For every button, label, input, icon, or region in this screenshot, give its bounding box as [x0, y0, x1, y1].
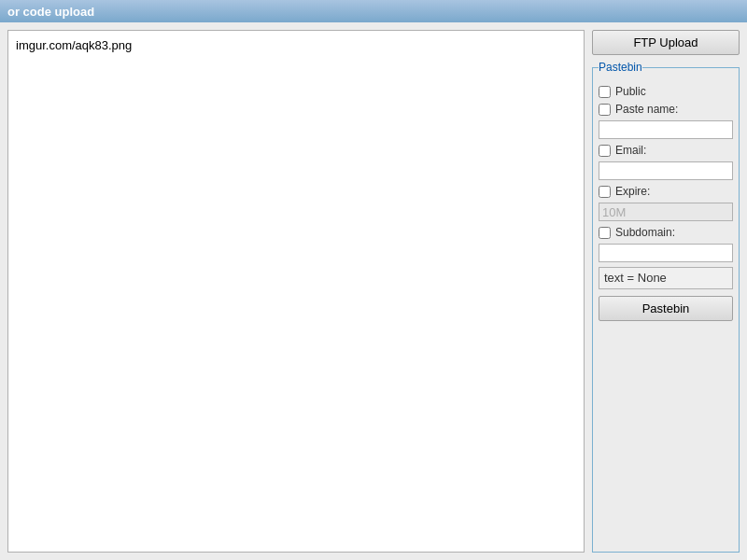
- public-row: Public: [599, 85, 733, 98]
- email-checkbox[interactable]: [599, 145, 611, 157]
- expire-label: Expire:: [615, 185, 650, 198]
- title-text: or code upload: [7, 5, 94, 19]
- expire-row: Expire:: [599, 185, 733, 198]
- paste-name-checkbox[interactable]: [599, 104, 611, 116]
- subdomain-checkbox[interactable]: [599, 227, 611, 239]
- subdomain-row: Subdomain:: [599, 226, 733, 239]
- subdomain-label: Subdomain:: [615, 226, 675, 239]
- expire-placeholder: 10M: [599, 203, 733, 221]
- right-panel: FTP Upload Pastebin Public Paste name: E…: [588, 22, 747, 560]
- pastebin-button[interactable]: Pastebin: [599, 296, 733, 321]
- left-panel-content: imgur.com/aqk83.png: [16, 38, 132, 52]
- pastebin-legend: Pastebin: [599, 61, 642, 74]
- email-label: Email:: [615, 144, 646, 157]
- ftp-upload-button[interactable]: FTP Upload: [592, 30, 740, 55]
- paste-name-input[interactable]: [599, 120, 733, 139]
- paste-name-row: Paste name:: [599, 103, 733, 116]
- expire-checkbox[interactable]: [599, 186, 611, 198]
- title-bar: or code upload: [0, 0, 747, 22]
- subdomain-input[interactable]: [599, 244, 733, 262]
- public-label: Public: [615, 85, 646, 98]
- email-row: Email:: [599, 144, 733, 157]
- email-input[interactable]: [599, 161, 733, 180]
- left-panel: imgur.com/aqk83.png: [7, 30, 585, 553]
- text-none-display: text = None: [599, 267, 733, 289]
- paste-name-label: Paste name:: [615, 103, 678, 116]
- pastebin-group: Pastebin Public Paste name: Email: Expir…: [592, 61, 740, 553]
- public-checkbox[interactable]: [599, 86, 611, 98]
